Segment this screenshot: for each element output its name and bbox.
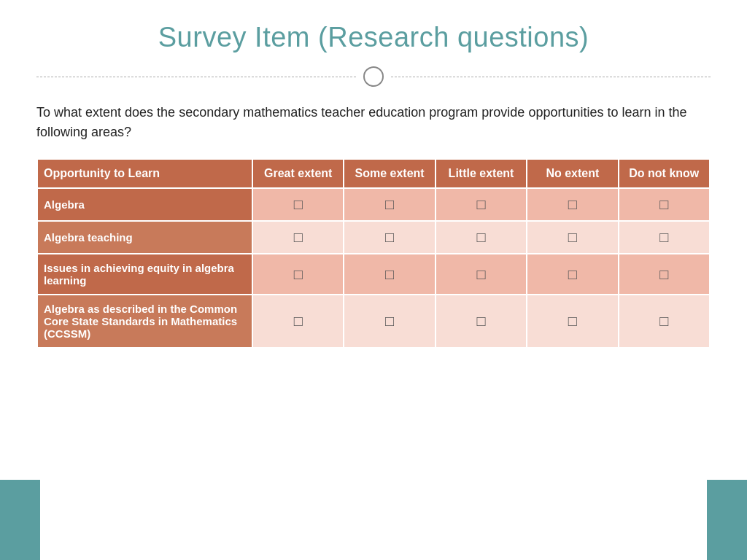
checkbox-icon[interactable]: □ [568, 229, 577, 246]
checkbox-icon[interactable]: □ [294, 229, 303, 246]
checkbox-cell[interactable]: □ [252, 295, 344, 348]
checkbox-icon[interactable]: □ [568, 266, 577, 283]
divider-line-left [36, 77, 356, 77]
checkbox-cell[interactable]: □ [527, 295, 618, 348]
table-header-row: Opportunity to Learn Great extent Some e… [37, 159, 710, 188]
slide-title: Survey Item (Research questions) [36, 22, 711, 53]
checkbox-cell[interactable]: □ [527, 254, 618, 295]
checkbox-icon[interactable]: □ [659, 196, 668, 213]
checkbox-icon[interactable]: □ [385, 229, 394, 246]
divider-line-right [391, 77, 711, 77]
checkbox-icon[interactable]: □ [385, 313, 394, 330]
checkbox-icon[interactable]: □ [294, 196, 303, 213]
divider-circle [363, 66, 384, 87]
checkbox-cell[interactable]: □ [436, 221, 527, 254]
checkbox-cell[interactable]: □ [344, 221, 435, 254]
checkbox-cell[interactable]: □ [252, 188, 344, 221]
checkbox-cell[interactable]: □ [619, 295, 710, 348]
teal-accent-left [0, 480, 40, 560]
row-label-2: Issues in achieving equity in algebra le… [37, 254, 252, 295]
checkbox-icon[interactable]: □ [476, 266, 485, 283]
row-label-0: Algebra [37, 188, 252, 221]
checkbox-icon[interactable]: □ [476, 313, 485, 330]
checkbox-cell[interactable]: □ [619, 221, 710, 254]
table-row: Algebra teaching□□□□□ [37, 221, 710, 254]
table-row: Issues in achieving equity in algebra le… [37, 254, 710, 295]
checkbox-cell[interactable]: □ [436, 295, 527, 348]
checkbox-cell[interactable]: □ [436, 254, 527, 295]
header-do-not-know: Do not know [619, 159, 710, 188]
checkbox-icon[interactable]: □ [476, 196, 485, 213]
checkbox-icon[interactable]: □ [385, 196, 394, 213]
checkbox-icon[interactable]: □ [659, 313, 668, 330]
row-label-3: Algebra as described in the Common Core … [37, 295, 252, 348]
checkbox-cell[interactable]: □ [527, 188, 618, 221]
survey-table: Opportunity to Learn Great extent Some e… [36, 158, 711, 349]
table-row: Algebra as described in the Common Core … [37, 295, 710, 348]
checkbox-icon[interactable]: □ [294, 313, 303, 330]
checkbox-cell[interactable]: □ [619, 254, 710, 295]
content-area: Survey Item (Research questions) To what… [0, 0, 747, 378]
checkbox-cell[interactable]: □ [344, 254, 435, 295]
header-no-extent: No extent [527, 159, 618, 188]
row-label-1: Algebra teaching [37, 221, 252, 254]
checkbox-icon[interactable]: □ [659, 229, 668, 246]
checkbox-cell[interactable]: □ [344, 295, 435, 348]
checkbox-icon[interactable]: □ [476, 229, 485, 246]
checkbox-cell[interactable]: □ [252, 221, 344, 254]
checkbox-cell[interactable]: □ [436, 188, 527, 221]
question-text: To what extent does the secondary mathem… [36, 103, 711, 142]
checkbox-cell[interactable]: □ [619, 188, 710, 221]
header-little-extent: Little extent [436, 159, 527, 188]
header-great-extent: Great extent [252, 159, 344, 188]
checkbox-icon[interactable]: □ [568, 313, 577, 330]
checkbox-cell[interactable]: □ [527, 221, 618, 254]
checkbox-icon[interactable]: □ [385, 266, 394, 283]
checkbox-cell[interactable]: □ [252, 254, 344, 295]
checkbox-icon[interactable]: □ [294, 266, 303, 283]
teal-accent-right [707, 480, 747, 560]
divider-row [36, 66, 711, 87]
checkbox-cell[interactable]: □ [344, 188, 435, 221]
header-label: Opportunity to Learn [37, 159, 252, 188]
slide: Survey Item (Research questions) To what… [0, 0, 747, 560]
header-some-extent: Some extent [344, 159, 435, 188]
checkbox-icon[interactable]: □ [659, 266, 668, 283]
checkbox-icon[interactable]: □ [568, 196, 577, 213]
table-row: Algebra□□□□□ [37, 188, 710, 221]
